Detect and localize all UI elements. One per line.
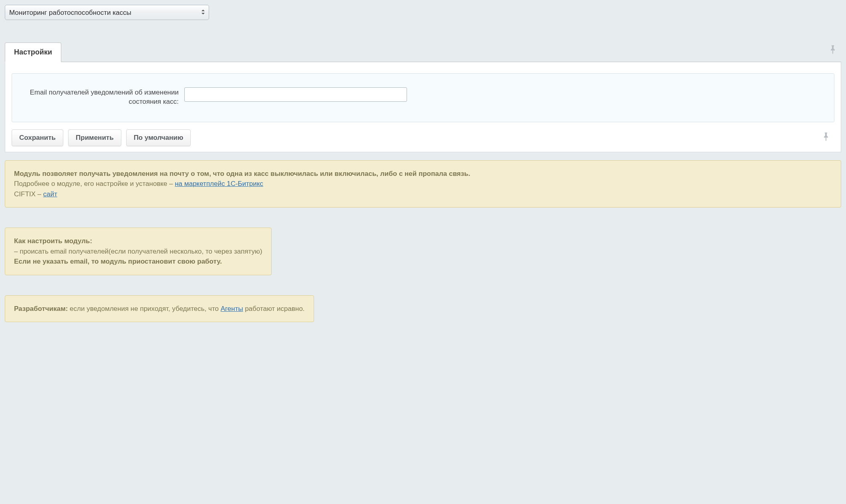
info-line-text: – происать email получателей(если получа… — [14, 248, 262, 255]
info-line-text: CIFTIX – — [14, 190, 43, 198]
save-button[interactable]: Сохранить — [12, 129, 63, 146]
agents-link[interactable]: Агенты — [221, 305, 243, 312]
default-button[interactable]: По умолчанию — [126, 129, 191, 146]
module-select-wrap[interactable]: Мониторинг работоспособности кассы — [5, 5, 209, 20]
info-line-text: Подробнее о модуле, его настройке и уста… — [14, 180, 175, 187]
info-suffix-text: работают исравно. — [243, 305, 305, 312]
module-select[interactable]: Мониторинг работоспособности кассы — [5, 5, 209, 20]
info-box-how-to-configure: Как настроить модуль: – происать email п… — [5, 228, 272, 275]
info-line-bold: Модуль позволяет получать уведомления на… — [14, 170, 470, 177]
marketplace-link[interactable]: на маркетплейс 1С-Битрикс — [175, 180, 263, 187]
button-row: Сохранить Применить По умолчанию — [12, 129, 834, 146]
info-prefix-bold: Разработчикам: — [14, 305, 68, 312]
tab-label: Настройки — [14, 48, 52, 56]
info-line-bold: Если не указать email, то модуль приоста… — [14, 258, 222, 265]
email-recipients-input[interactable] — [184, 87, 407, 102]
settings-inner-box: Email получателей уведомлений об изменен… — [12, 73, 834, 122]
info-heading: Как настроить модуль: — [14, 237, 92, 245]
apply-button[interactable]: Применить — [68, 129, 121, 146]
tabs-row: Настройки — [5, 42, 841, 62]
tab-settings[interactable]: Настройки — [5, 42, 61, 62]
ciftix-site-link[interactable]: сайт — [43, 190, 57, 198]
email-recipients-label: Email получателей уведомлений об изменен… — [18, 87, 179, 107]
settings-panel: Email получателей уведомлений об изменен… — [5, 62, 841, 152]
pin-icon[interactable] — [827, 43, 839, 58]
info-mid-text: если уведомления не приходят, убедитесь,… — [68, 305, 220, 312]
info-box-developers-note: Разработчикам: если уведомления не прихо… — [5, 295, 314, 323]
pin-icon[interactable] — [820, 130, 832, 145]
info-box-module-description: Модуль позволяет получать уведомления на… — [5, 160, 841, 208]
